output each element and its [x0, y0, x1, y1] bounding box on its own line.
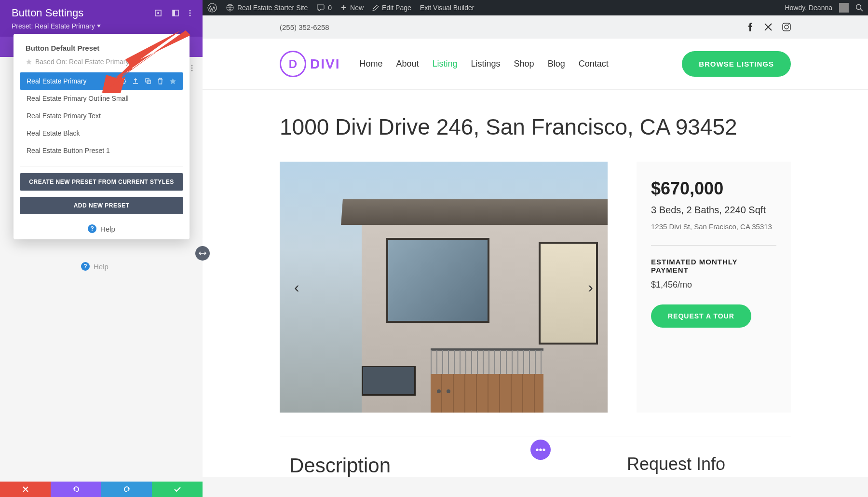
svg-point-6: [190, 15, 191, 16]
site-link[interactable]: Real Estate Starter Site: [226, 3, 308, 12]
info-divider: [651, 245, 776, 246]
new-link[interactable]: New: [340, 4, 364, 12]
preset-dropdown: Button Default Preset Based On: Real Est…: [14, 34, 190, 239]
help-link[interactable]: ? Help: [20, 224, 183, 233]
page-content: (255) 352-6258 D DIVI Home About Listing…: [203, 15, 868, 477]
gear-icon[interactable]: [119, 78, 126, 85]
svg-point-1: [157, 12, 159, 14]
listing-title: 1000 Divi Drive 246, San Francisco, CA 9…: [280, 114, 791, 140]
gallery-next-button[interactable]: ›: [583, 274, 598, 301]
svg-point-18: [856, 5, 861, 10]
preset-divider: [20, 166, 183, 166]
svg-point-7: [191, 65, 193, 67]
svg-point-4: [190, 10, 191, 12]
preset-item[interactable]: Real Estate Primary Outline Small: [20, 90, 183, 107]
dock-icon[interactable]: [172, 9, 179, 17]
svg-point-20: [785, 25, 788, 29]
nav-shop[interactable]: Shop: [514, 59, 534, 69]
preset-selector[interactable]: Preset: Real Estate Primary: [12, 22, 191, 30]
facebook-icon[interactable]: [746, 23, 754, 31]
redo-button[interactable]: [101, 482, 152, 497]
svg-point-21: [788, 24, 789, 25]
more-vertical-icon[interactable]: [191, 65, 193, 71]
image-gallery: ‹ ›: [280, 162, 608, 413]
search-icon[interactable]: [855, 4, 863, 12]
main-nav: D DIVI Home About Listing Listings Shop …: [203, 39, 868, 90]
logo-text: DIVI: [310, 56, 340, 72]
nav-home[interactable]: Home: [359, 59, 382, 69]
section-divider: [280, 437, 791, 437]
top-bar: (255) 352-6258: [203, 15, 868, 39]
est-payment-label: ESTIMATED MONTHLY PAYMENT: [651, 258, 776, 274]
undo-button[interactable]: [51, 482, 101, 497]
gallery-prev-button[interactable]: ‹: [289, 274, 304, 301]
nav-listings[interactable]: Listings: [471, 59, 501, 69]
logo-mark: D: [280, 51, 306, 77]
x-icon[interactable]: [764, 23, 773, 31]
resize-handle[interactable]: [195, 246, 210, 261]
wp-admin-bar: Real Estate Starter Site 0 New Edit Page…: [203, 0, 868, 15]
nav-about[interactable]: About: [396, 59, 419, 69]
wp-logo-icon[interactable]: [207, 3, 217, 13]
listing-address: 1235 Divi St, San Fracisco, CA 35313: [651, 222, 776, 231]
request-info-heading: Request Info: [627, 454, 781, 477]
gallery-image: [280, 162, 608, 413]
gallery-dot[interactable]: [447, 389, 450, 393]
module-options-button[interactable]: •••: [530, 440, 551, 460]
description-heading: Description: [289, 454, 598, 477]
close-button[interactable]: [0, 482, 51, 497]
avatar[interactable]: [839, 3, 849, 13]
help-icon: ?: [81, 262, 90, 271]
preset-item-active[interactable]: Real Estate Primary: [20, 72, 183, 90]
expand-icon[interactable]: [154, 9, 162, 17]
preset-item[interactable]: Real Estate Button Preset 1: [20, 142, 183, 159]
preset-item[interactable]: Real Estate Black: [20, 124, 183, 142]
browse-listings-button[interactable]: BROWSE LISTINGS: [682, 51, 791, 77]
svg-rect-3: [173, 10, 175, 16]
preset-label: Preset: Real Estate Primary: [12, 22, 95, 30]
star-icon[interactable]: [169, 78, 176, 85]
preset-item[interactable]: Real Estate Primary Text: [20, 107, 183, 124]
divi-header: Button Settings Preset: Real Estate Prim…: [0, 0, 203, 37]
phone-number: (255) 352-6258: [280, 23, 329, 31]
svg-point-11: [122, 80, 124, 82]
nav-contact[interactable]: Contact: [579, 59, 609, 69]
instagram-icon[interactable]: [782, 23, 791, 31]
nav-blog[interactable]: Blog: [548, 59, 565, 69]
preset-based-on: Based On: Real Estate Primary: [20, 56, 183, 72]
preset-list: Real Estate Primary Real Estate Primary …: [20, 72, 183, 159]
nav-listing[interactable]: Listing: [433, 59, 458, 69]
help-icon: ?: [88, 224, 96, 233]
svg-point-5: [190, 13, 191, 14]
gallery-dots: [437, 389, 450, 393]
listing-price: $670,000: [651, 179, 776, 199]
gallery-dot[interactable]: [437, 389, 441, 393]
nav-links: Home About Listing Listings Shop Blog Co…: [359, 59, 682, 69]
action-bar: [0, 482, 203, 497]
settings-title: Button Settings: [12, 7, 83, 19]
preset-item-label: Real Estate Primary: [27, 77, 86, 85]
more-icon[interactable]: [189, 9, 191, 17]
svg-point-9: [191, 70, 193, 71]
est-payment-value: $1,456/mo: [651, 280, 776, 290]
create-preset-button[interactable]: CREATE NEW PRESET FROM CURRENT STYLES: [20, 173, 183, 191]
preset-default-label[interactable]: Button Default Preset: [20, 40, 183, 56]
listing-sidebar: $670,000 3 Beds, 2 Baths, 2240 Sqft 1235…: [637, 162, 791, 413]
help-link-behind[interactable]: ? Help: [81, 262, 108, 271]
exit-builder-link[interactable]: Exit Visual Builder: [420, 4, 475, 12]
svg-point-8: [191, 68, 193, 69]
save-button[interactable]: [152, 482, 203, 497]
copy-icon[interactable]: [145, 78, 151, 84]
add-preset-button[interactable]: ADD NEW PRESET: [20, 197, 183, 214]
listing-beds: 3 Beds, 2 Baths, 2240 Sqft: [651, 205, 776, 216]
request-tour-button[interactable]: REQUEST A TOUR: [651, 304, 751, 328]
edit-icon[interactable]: [107, 78, 113, 84]
edit-page-link[interactable]: Edit Page: [372, 4, 411, 12]
upload-icon[interactable]: [132, 78, 139, 84]
howdy-text[interactable]: Howdy, Deanna: [785, 4, 832, 12]
comments-link[interactable]: 0: [316, 3, 332, 12]
trash-icon[interactable]: [157, 78, 163, 84]
logo[interactable]: D DIVI: [280, 51, 340, 77]
